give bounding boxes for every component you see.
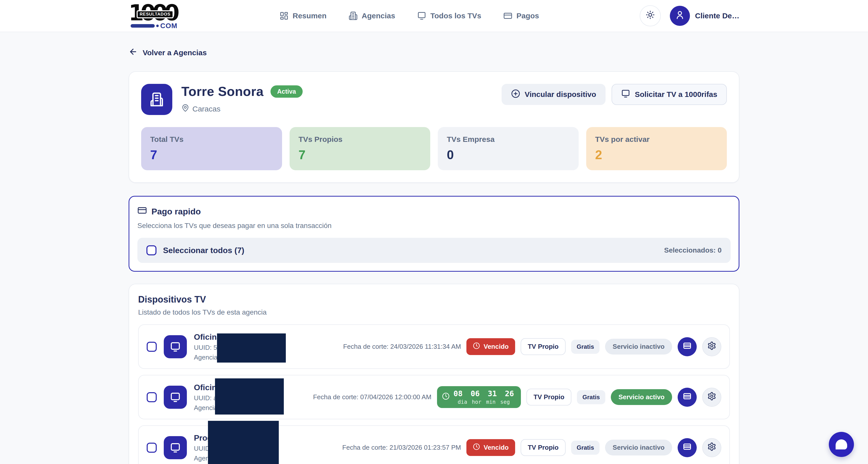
tv-type-badge: TV Propio [526, 389, 571, 405]
credit-card-icon [503, 11, 513, 20]
expired-badge: Vencido [466, 439, 515, 456]
settings-button[interactable] [702, 438, 721, 457]
stat-label: TVs por activar [595, 135, 718, 144]
sun-icon [646, 10, 655, 21]
request-tv-label: Solicitar TV a 1000rifas [635, 90, 717, 99]
gear-icon [707, 341, 716, 352]
cutoff-date: Fecha de corte: 07/04/2026 12:00:00 AM [313, 393, 431, 401]
nav-item-label: Pagos [516, 11, 539, 20]
tv-rows: Oficina UUID: 5b Agencia: T Fecha de cor… [138, 324, 730, 464]
agency-building-icon [141, 84, 172, 115]
quick-pay-title: Pago rapido [151, 207, 201, 216]
devices-title: Dispositivos TV [138, 294, 730, 305]
logo-band-text: RESULTADOS [136, 10, 174, 18]
select-all-checkbox[interactable] [147, 245, 156, 255]
service-status-badge: Servicio activo [611, 389, 672, 405]
app-root: 1000 RESULTADOS COM Resumen [0, 0, 868, 464]
plan-badge: Gratis [571, 441, 599, 455]
logo-dot [156, 25, 159, 27]
clock-icon [473, 342, 480, 351]
nav-item-agencias[interactable]: Agencias [349, 11, 395, 20]
person-icon [675, 10, 685, 22]
settings-button[interactable] [702, 337, 721, 356]
stat-value: 7 [299, 148, 422, 162]
chat-bubble-icon [836, 439, 847, 450]
settings-button[interactable] [702, 388, 721, 407]
devices-subtitle: Listado de todos los TVs de esta agencia [138, 308, 730, 316]
tv-row: Progr UUID: 4 Agenci Fecha de corte: 21/… [138, 425, 730, 464]
stat-card-tvs-propios: TVs Propios 7 [289, 127, 431, 170]
cutoff-date: Fecha de corte: 24/03/2026 11:31:34 AM [343, 343, 461, 350]
agency-header-card: Torre Sonora Activa Caracas [129, 71, 739, 183]
stat-card-tvs-por-activar: TVs por activar 2 [586, 127, 727, 170]
user-menu[interactable]: Cliente De… [670, 6, 739, 26]
tv-row: Oficina UUID: a13 Agencia: T Fecha de co… [138, 375, 730, 419]
row-checkbox[interactable] [147, 342, 157, 352]
clock-icon [442, 393, 450, 402]
plan-badge: Gratis [577, 390, 605, 404]
credit-card-icon [683, 341, 692, 352]
tv-row: Oficina UUID: 5b Agencia: T Fecha de cor… [138, 324, 730, 369]
pay-button[interactable] [678, 438, 697, 457]
nav-item-label: Todos los TVs [430, 11, 481, 20]
select-all-bar: Seleccionar todos (7) Seleccionados: 0 [137, 238, 731, 263]
row-checkbox[interactable] [147, 443, 157, 453]
request-tv-button[interactable]: Solicitar TV a 1000rifas [612, 84, 727, 105]
link-device-button[interactable]: Vincular dispositivo [502, 84, 606, 105]
redaction-block [208, 421, 279, 464]
user-avatar [670, 6, 690, 26]
theme-toggle-button[interactable] [640, 5, 661, 26]
expired-badge: Vencido [466, 338, 515, 355]
quick-pay-subtitle: Selecciona los TVs que deseas pagar en u… [137, 222, 731, 230]
stat-value: 2 [595, 148, 718, 162]
plan-badge: Gratis [571, 340, 599, 354]
building-icon [349, 11, 358, 20]
credit-card-icon [683, 442, 692, 453]
service-status-badge: Servicio inactivo [605, 339, 672, 354]
select-all-label: Seleccionar todos (7) [163, 246, 244, 255]
monitor-icon [417, 11, 426, 20]
nav-item-todos-los-tvs[interactable]: Todos los TVs [417, 11, 481, 20]
stat-label: Total TVs [150, 135, 273, 144]
tv-device-icon [164, 386, 187, 409]
stat-label: TVs Propios [299, 135, 422, 144]
cutoff-date: Fecha de corte: 21/03/2026 01:23:57 PM [342, 444, 461, 452]
nav-item-label: Resumen [292, 11, 327, 20]
expired-label: Vencido [484, 343, 508, 350]
pay-button[interactable] [678, 337, 697, 356]
gear-icon [707, 392, 716, 403]
back-link-label: Volver a Agencias [143, 49, 207, 57]
agency-city: Caracas [192, 105, 220, 113]
stat-label: TVs Empresa [447, 135, 569, 144]
stats-row: Total TVs 7 TVs Propios 7 TVs Empresa 0 … [141, 127, 727, 170]
back-to-agencies-link[interactable]: Volver a Agencias [129, 47, 207, 58]
clock-icon [473, 443, 480, 452]
top-navbar: 1000 RESULTADOS COM Resumen [0, 0, 868, 32]
row-checkbox[interactable] [147, 392, 157, 402]
selected-count: Seleccionados: 0 [664, 246, 721, 254]
gear-icon [707, 442, 716, 453]
arrow-left-icon [129, 47, 137, 58]
countdown-badge: 08 06 31 26 dia hor min seg [437, 386, 521, 408]
tv-devices-card: Dispositivos TV Listado de todos los TVs… [129, 284, 739, 464]
link-device-label: Vincular dispositivo [525, 90, 596, 99]
nav-item-resumen[interactable]: Resumen [280, 11, 327, 20]
redaction-block [217, 334, 286, 363]
stat-value: 7 [150, 148, 273, 162]
countdown-units: dia hor min seg [458, 399, 510, 405]
stat-value: 0 [447, 148, 569, 162]
stat-card-total-tvs: Total TVs 7 [141, 127, 282, 170]
chat-widget-button[interactable] [829, 432, 854, 457]
brand-logo[interactable]: 1000 RESULTADOS COM [129, 3, 179, 29]
map-pin-icon [181, 104, 189, 114]
pay-button[interactable] [678, 388, 697, 407]
tv-type-badge: TV Propio [521, 338, 566, 355]
main-content: Volver a Agencias Torre Sonora Activa [129, 32, 739, 464]
tv-device-icon [164, 335, 187, 358]
service-status-badge: Servicio inactivo [605, 440, 672, 456]
logo-underline-bar [131, 24, 155, 28]
credit-card-icon [683, 392, 692, 403]
stat-card-tvs-empresa: TVs Empresa 0 [438, 127, 579, 170]
agency-name: Torre Sonora [181, 84, 264, 99]
nav-item-pagos[interactable]: Pagos [503, 11, 539, 20]
